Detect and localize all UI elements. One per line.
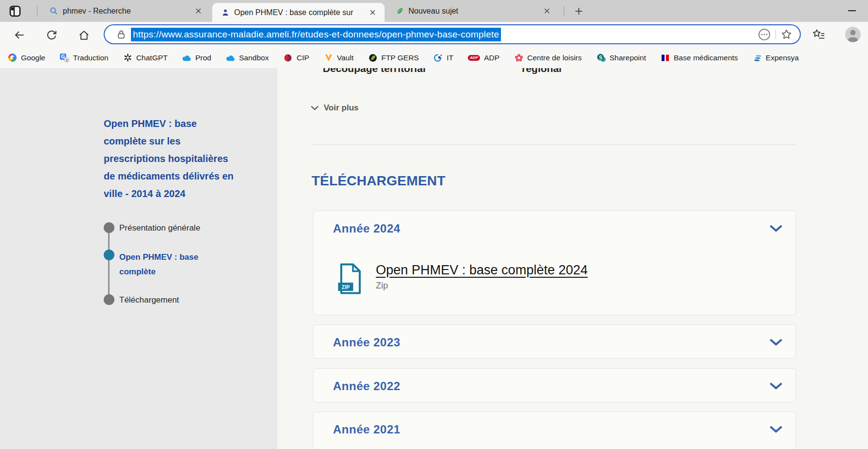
tab-open-phmev[interactable]: Open PHMEV : base complète sur bbox=[212, 3, 385, 22]
bookmark-it[interactable]: IT bbox=[433, 53, 453, 62]
browser-window: phmev - Recherche Open PHMEV : base comp… bbox=[0, 0, 868, 449]
tab-title: Open PHMEV : base complète sur bbox=[234, 8, 362, 17]
home-icon bbox=[78, 29, 90, 41]
flower-icon bbox=[514, 53, 523, 62]
it-icon bbox=[433, 53, 443, 62]
bookmark-base-medicaments[interactable]: Base médicaments bbox=[661, 53, 738, 62]
tab-title: Nouveau sujet bbox=[408, 7, 536, 16]
address-bar[interactable]: https://www.assurance-maladie.ameli.fr/e… bbox=[104, 24, 801, 44]
cloud-icon bbox=[182, 53, 191, 62]
nav-bullet-active bbox=[104, 250, 114, 260]
bookmark-traduction[interactable]: G Traduction bbox=[60, 53, 109, 62]
profile-avatar[interactable] bbox=[845, 26, 861, 45]
refresh-button[interactable] bbox=[45, 28, 58, 42]
nav-connector-line bbox=[108, 228, 110, 300]
lock-icon[interactable] bbox=[117, 30, 125, 39]
search-icon bbox=[50, 7, 58, 15]
new-tab-button[interactable] bbox=[571, 5, 587, 17]
chevron-down-icon bbox=[769, 339, 783, 348]
chevron-down-icon bbox=[311, 106, 319, 110]
bookmark-adp[interactable]: ADP ADP bbox=[468, 54, 499, 62]
svg-text:S: S bbox=[599, 54, 602, 60]
section-title-telechargement: TÉLÉCHARGEMENT bbox=[312, 173, 445, 189]
tab-actions-button[interactable] bbox=[9, 5, 21, 18]
bookmark-google[interactable]: Google bbox=[8, 53, 45, 62]
minimize-button[interactable] bbox=[845, 4, 859, 18]
page-content: Découpage territorial régional Voir plus… bbox=[277, 68, 868, 449]
chevron-down-icon bbox=[769, 382, 783, 392]
ftp-gers-icon bbox=[368, 53, 377, 62]
refresh-icon bbox=[46, 29, 57, 41]
person-icon bbox=[845, 26, 861, 43]
accordion-header-annee-2023[interactable]: Année 2023 bbox=[314, 325, 795, 359]
page-viewport: Open PHMEV : base complète sur les presc… bbox=[0, 68, 868, 449]
chevron-down-icon bbox=[769, 426, 783, 435]
bookmark-vault[interactable]: Vault bbox=[324, 53, 353, 62]
cloud-icon bbox=[226, 53, 235, 62]
chevron-down-icon bbox=[769, 225, 783, 234]
adp-icon: ADP bbox=[468, 55, 480, 61]
bookmark-expensya[interactable]: Expensya bbox=[753, 53, 799, 62]
page-sidebar: Open PHMEV : base complète sur les presc… bbox=[0, 68, 277, 449]
tab-divider bbox=[564, 6, 564, 16]
nav-bullet bbox=[104, 222, 114, 233]
accordion-annee-2023: Année 2023 bbox=[313, 324, 796, 359]
voir-plus-button[interactable]: Voir plus bbox=[311, 103, 358, 113]
close-tab-icon[interactable] bbox=[541, 6, 552, 17]
accordion-header-annee-2021[interactable]: Année 2021 bbox=[314, 412, 795, 446]
url-text[interactable]: https://www.assurance-maladie.ameli.fr/e… bbox=[131, 28, 501, 41]
french-flag-icon bbox=[661, 53, 670, 62]
sidebar-item-open-phmev-base-complete[interactable]: Open PHMEV : base complète bbox=[119, 250, 217, 279]
close-tab-icon[interactable] bbox=[193, 6, 203, 17]
nav-bullet bbox=[104, 294, 114, 305]
expensya-icon bbox=[753, 53, 762, 62]
sidebar-item-presentation-generale[interactable]: Présentation générale bbox=[119, 223, 200, 233]
workspaces-icon bbox=[9, 5, 21, 18]
minimize-icon bbox=[848, 10, 856, 11]
favorites-list-icon bbox=[812, 28, 826, 41]
ameli-favicon bbox=[221, 8, 229, 17]
bookmark-cip[interactable]: CIP bbox=[283, 53, 309, 62]
bookmarks-bar: Google G Traduction ChatGPT Prod Sandbox bbox=[0, 47, 868, 68]
bookmark-prod[interactable]: Prod bbox=[182, 53, 211, 62]
star-icon bbox=[781, 29, 792, 40]
back-button[interactable] bbox=[13, 28, 26, 42]
clipped-text-decoupage-territorial: Découpage territorial bbox=[323, 68, 425, 74]
download-link-open-phmev-2024[interactable]: Open PHMEV : base complète 2024 bbox=[376, 263, 588, 278]
vault-icon bbox=[324, 53, 333, 62]
zip-badge-text: ZIP bbox=[342, 284, 350, 290]
accordion-header-annee-2024[interactable]: Année 2024 bbox=[314, 211, 795, 245]
sharepoint-icon: S bbox=[596, 53, 606, 62]
tab-title: phmev - Recherche bbox=[63, 7, 188, 16]
tab-phmev-recherche[interactable]: phmev - Recherche bbox=[41, 0, 210, 22]
file-type-label: Zip bbox=[376, 281, 588, 291]
bookmark-chatgpt[interactable]: ChatGPT bbox=[123, 53, 168, 62]
clipped-text-regional: régional bbox=[522, 68, 562, 74]
bookmark-centre-de-loisirs[interactable]: Centre de loisirs bbox=[514, 53, 582, 62]
sidebar-item-telechargement[interactable]: Téléchargement bbox=[119, 295, 179, 305]
plus-icon bbox=[574, 7, 583, 16]
back-arrow-icon bbox=[14, 29, 25, 41]
google-icon bbox=[8, 54, 17, 62]
browser-toolbar: https://www.assurance-maladie.ameli.fr/e… bbox=[0, 22, 868, 47]
tab-nouveau-sujet[interactable]: Nouveau sujet bbox=[387, 0, 559, 22]
bookmark-sharepoint[interactable]: S Sharepoint bbox=[596, 53, 646, 62]
bookmark-ftp-gers[interactable]: FTP GERS bbox=[368, 53, 419, 62]
download-file-row: ZIP Open PHMEV : base complète 2024 Zip bbox=[338, 263, 588, 297]
address-bar-divider bbox=[776, 30, 776, 39]
accordion-annee-2021: Année 2021 bbox=[313, 412, 796, 449]
add-favorite-button[interactable] bbox=[781, 29, 792, 40]
cip-icon bbox=[283, 53, 293, 62]
ellipsis-circle-icon bbox=[758, 28, 771, 41]
tab-divider bbox=[37, 6, 37, 16]
favorites-hub-button[interactable] bbox=[812, 28, 826, 43]
page-title: Open PHMEV : base complète sur les presc… bbox=[104, 115, 241, 202]
accordion-annee-2022: Année 2022 bbox=[313, 368, 796, 402]
more-actions-button[interactable] bbox=[758, 28, 771, 41]
chatgpt-icon bbox=[123, 53, 132, 62]
accordion-header-annee-2022[interactable]: Année 2022 bbox=[314, 369, 795, 403]
home-button[interactable] bbox=[77, 28, 91, 42]
close-tab-icon[interactable] bbox=[367, 7, 378, 18]
zip-file-icon: ZIP bbox=[338, 263, 362, 297]
bookmark-sandbox[interactable]: Sandbox bbox=[226, 53, 269, 62]
